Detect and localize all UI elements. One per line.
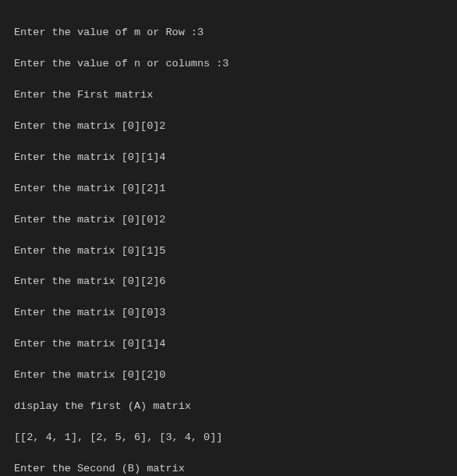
terminal-line: Enter the matrix [0][0]2	[14, 119, 443, 134]
terminal-line: Enter the matrix [0][0]3	[14, 305, 443, 321]
terminal-line: [[2, 4, 1], [2, 5, 6], [3, 4, 0]]	[14, 430, 443, 446]
terminal-line: Enter the First matrix	[14, 87, 443, 103]
terminal-line: Enter the value of n or columns :3	[14, 56, 443, 72]
terminal-line: Enter the matrix [0][1]4	[14, 336, 443, 352]
terminal-line: Enter the matrix [0][2]1	[14, 181, 443, 197]
terminal-output: Enter the value of m or Row :3 Enter the…	[14, 9, 443, 476]
terminal-line: display the first (A) matrix	[14, 399, 443, 414]
terminal-line: Enter the matrix [0][2]0	[14, 368, 443, 383]
terminal-line: Enter the matrix [0][0]2	[14, 212, 443, 228]
terminal-line: Enter the matrix [0][1]4	[14, 150, 443, 165]
terminal-line: Enter the matrix [0][2]6	[14, 274, 443, 290]
terminal-line: Enter the Second (B) matrix	[14, 461, 443, 476]
terminal-line: Enter the matrix [0][1]5	[14, 243, 443, 259]
terminal-line: Enter the value of m or Row :3	[14, 25, 443, 41]
